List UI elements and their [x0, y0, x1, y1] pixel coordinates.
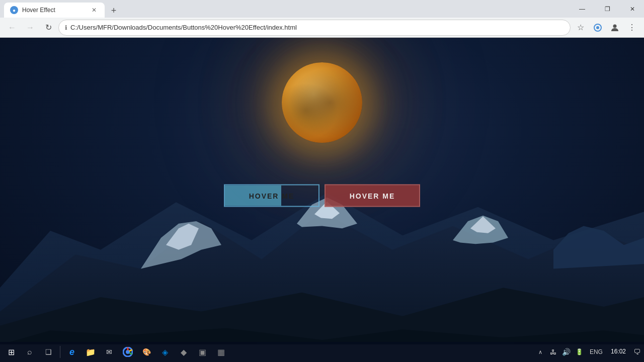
taskbar-vscode-icon[interactable]: ◈ — [156, 343, 174, 361]
extensions-button[interactable] — [590, 20, 606, 36]
moon-overlay — [282, 62, 362, 143]
page-content: HOVER ME HOVER ME — [0, 38, 644, 344]
taskbar-app3-icon[interactable]: ▦ — [212, 343, 230, 361]
search-button[interactable]: ⌕ — [21, 343, 39, 361]
buttons-container: HOVER ME HOVER ME — [224, 185, 420, 207]
close-button[interactable]: ✕ — [621, 0, 644, 18]
bookmark-button[interactable]: ☆ — [573, 20, 589, 36]
secure-icon: ℹ — [65, 24, 67, 31]
refresh-button[interactable]: ↻ — [40, 20, 56, 36]
notification-icon[interactable]: 🗨 — [632, 347, 642, 357]
back-button[interactable]: ← — [4, 20, 20, 36]
mountains — [0, 145, 644, 345]
start-button[interactable]: ⊞ — [2, 343, 20, 361]
hover-button-2[interactable]: HOVER ME — [325, 185, 420, 207]
taskbar-colorpicker-icon[interactable]: 🎨 — [137, 343, 155, 361]
tray-chevron-icon[interactable]: ∧ — [535, 347, 545, 357]
tab-favicon: ● — [10, 6, 18, 14]
taskbar-app2-icon[interactable]: ▣ — [193, 343, 211, 361]
new-tab-button[interactable]: + — [107, 4, 121, 18]
svg-point-1 — [596, 26, 599, 29]
menu-button[interactable]: ⋮ — [624, 20, 640, 36]
tray-network-icon[interactable]: 🖧 — [548, 347, 558, 357]
hover-button-1-label: HOVER ME — [249, 192, 295, 200]
taskbar-clock[interactable]: 16:02 — [608, 348, 629, 356]
hover-button-1[interactable]: HOVER ME — [224, 185, 319, 207]
taskview-button[interactable]: ❑ — [39, 343, 57, 361]
taskbar-language[interactable]: ENG — [588, 348, 605, 355]
forward-button[interactable]: → — [22, 20, 38, 36]
taskbar-tray: ∧ 🖧 🔊 🔋 ENG 16:02 🗨 — [535, 347, 642, 357]
taskbar-app1-icon[interactable]: ◆ — [175, 343, 193, 361]
browser-tab[interactable]: ● Hover Effect ✕ — [4, 3, 105, 18]
taskbar: ⊞ ⌕ ❑ e 📁 ✉ 🎨 ◈ ◆ ▣ ▦ ∧ 🖧 🔊 🔋 ENG 16:02 … — [0, 342, 644, 362]
taskbar-divider-1 — [60, 346, 60, 358]
maximize-button[interactable]: ❐ — [596, 0, 619, 18]
minimize-button[interactable]: — — [571, 0, 594, 18]
taskbar-ie-icon[interactable]: e — [63, 343, 81, 361]
taskbar-chrome-icon[interactable] — [119, 343, 137, 361]
tray-battery-icon[interactable]: 🔋 — [575, 347, 585, 357]
taskbar-mail-icon[interactable]: ✉ — [100, 343, 118, 361]
hover-button-2-label: HOVER ME — [350, 192, 395, 200]
profile-button[interactable] — [607, 20, 623, 36]
tray-volume-icon[interactable]: 🔊 — [561, 347, 572, 357]
svg-point-2 — [613, 24, 617, 28]
url-text: C:/Users/MFR/Downloads/Documents/Buttons… — [70, 24, 564, 31]
tab-close-button[interactable]: ✕ — [90, 6, 99, 15]
taskbar-explorer-icon[interactable]: 📁 — [82, 343, 100, 361]
tab-title: Hover Effect — [22, 7, 86, 14]
address-bar[interactable]: ℹ C:/Users/MFR/Downloads/Documents/Butto… — [58, 20, 571, 36]
